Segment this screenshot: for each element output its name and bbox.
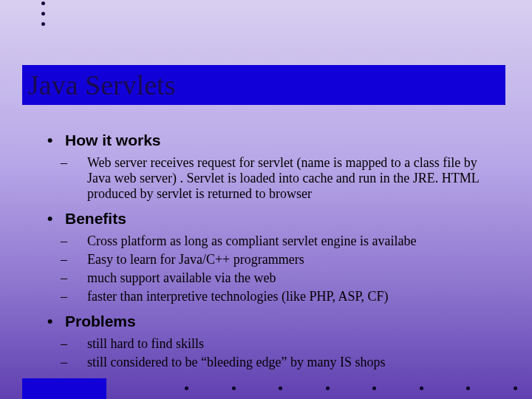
bullet-item: much support available via the web	[87, 270, 502, 286]
bullet-item: Cross platform as long as compliant serv…	[87, 233, 502, 249]
heading: Problems	[44, 313, 502, 330]
slide-body: How it works Web server receives request…	[44, 132, 502, 378]
decorative-box-bottom	[22, 378, 106, 399]
bullet-item: Easy to learn for Java/C++ programmers	[87, 252, 502, 267]
title-bar: Java Servlets	[22, 65, 505, 105]
bullet-item: still considered to be “bleeding edge” b…	[87, 355, 502, 370]
bullet-item: still hard to find skills	[87, 336, 502, 352]
decorative-dots-top	[41, 1, 45, 33]
slide-title: Java Servlets	[28, 69, 175, 101]
heading: How it works	[44, 132, 502, 149]
section-how-it-works: How it works Web server receives request…	[44, 132, 502, 202]
bullet-item: faster than interpretive technologies (l…	[87, 289, 502, 304]
section-benefits: Benefits Cross platform as long as compl…	[44, 210, 502, 305]
bullet-item: Web server receives request for servlet …	[87, 155, 502, 202]
heading: Benefits	[44, 210, 502, 228]
decorative-dots-bottom	[185, 386, 517, 390]
section-problems: Problems still hard to find skills still…	[44, 313, 502, 370]
